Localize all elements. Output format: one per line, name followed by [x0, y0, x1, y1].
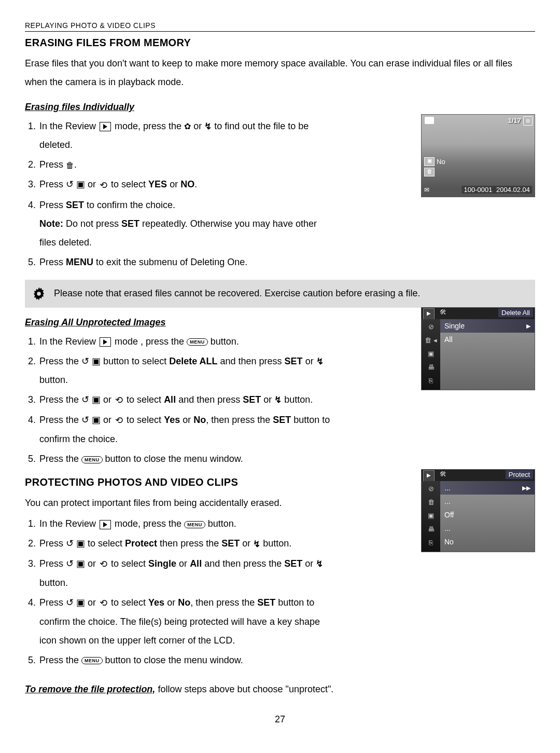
play-mode-icon: [100, 122, 111, 131]
menu-sidebar: ⊘ 🗑 ◂ ▣ 🖶 ⎘: [422, 319, 440, 390]
step-4: Press SET to confirm the choice. Note: D…: [38, 196, 334, 252]
subheading-erase-individual: Erasing files Individually: [25, 102, 535, 113]
dpof-icon: 🖶: [428, 524, 435, 535]
lcd-screenshot-delete-all: ▶ 🛠 Delete All ⊘ 🗑 ◂ ▣ 🖶 ⎘ Single▶ All: [421, 307, 535, 390]
nav-icons: ↺ ▣: [66, 558, 85, 569]
menu-sidebar: ⊘ 🗑 ▣ 🖶 ⎘: [422, 481, 440, 552]
flash-icon: ↯: [253, 536, 260, 553]
menu-button-icon: MENU: [81, 456, 103, 463]
nav-icons: ↺ ▣: [81, 394, 101, 405]
copy-icon: ⎘: [429, 537, 433, 549]
p-step-1: In the Review mode, press the MENU butto…: [38, 514, 334, 533]
image-counter: 1/17: [508, 117, 521, 125]
remove-protection-note: To remove the file protection, follow st…: [25, 680, 535, 699]
mail-icon: ✉: [424, 186, 429, 194]
menu-content: Single▶ All: [440, 319, 535, 390]
camera-icon: [425, 117, 434, 124]
steps-erase-individual: In the Review mode, press the ✿ or ↯ to …: [25, 117, 334, 271]
lock-icon: ⊘: [428, 321, 434, 333]
lcd-screenshot-delete-one: 1/17 ⊞ ▣No 🗑 ✉ 100-0001 2004.02.04: [421, 114, 535, 197]
menu-button-icon: MENU: [81, 657, 103, 664]
info-icon: ⊞: [523, 116, 533, 126]
nav-icons: ↺ ▣: [81, 356, 101, 366]
step-5: Press MENU to exit the submenu of Deleti…: [38, 253, 334, 271]
page-header: REPLAYING PHOTO & VIDEO CLIPS: [25, 21, 535, 32]
record-icon: ⟲: [100, 176, 107, 195]
header-text: REPLAYING PHOTO & VIDEO CLIPS: [25, 21, 156, 30]
play-tab-icon: ▶: [423, 470, 435, 482]
menu-item-no: No: [440, 535, 535, 549]
page-number: 27: [25, 714, 535, 725]
s2-step-4: Press the ↺ ▣ or ⟲ to select Yes or No, …: [38, 410, 334, 448]
lcd-screenshot-protect: ▶ 🛠 Protect ⊘ 🗑 ▣ 🖶 ⎘ ...▶▶ ... Off ... …: [421, 469, 535, 552]
setup-tab-icon: 🛠: [438, 470, 448, 481]
copy-icon: ⎘: [429, 375, 433, 387]
s2-step-3: Press the ↺ ▣ or ⟲ to select All and the…: [38, 390, 334, 409]
flash-icon: ↯: [204, 118, 212, 135]
arrow-right-icon: ▶▶: [522, 481, 530, 495]
record-icon: ⟲: [115, 411, 123, 430]
steps-protect: In the Review mode, press the MENU butto…: [25, 514, 334, 669]
delete-trash-icon: 🗑: [424, 168, 435, 176]
flash-icon: ↯: [316, 555, 323, 573]
svg-point-0: [37, 292, 41, 296]
p-step-2: Press ↺ ▣ to select Protect then press t…: [38, 534, 334, 553]
p-step-4: Press ↺ ▣ or ⟲ to select Yes or No, then…: [38, 593, 334, 650]
menu-item-all: All: [440, 333, 535, 346]
nav-icons: ↺ ▣: [66, 597, 85, 608]
section1-intro: Erase files that you don't want to keep …: [25, 54, 535, 91]
play-mode-icon: [100, 520, 111, 529]
record-icon: ⟲: [100, 594, 107, 612]
section-title-erasing: ERASING FILES FROM MEMORY: [25, 37, 535, 49]
file-number: 100-0001: [462, 186, 495, 194]
record-icon: ⟲: [115, 391, 123, 409]
menu-tabbar: ▶ 🛠 Protect: [422, 470, 535, 481]
arrow-right-icon: ▶: [526, 319, 530, 333]
trash-icon: 🗑: [428, 497, 435, 508]
menu-item-2: ...: [440, 495, 535, 508]
caution-text: Please note that erased files cannot be …: [54, 288, 420, 299]
delete-no-option: ▣No: [424, 157, 445, 166]
menu-item-off: Off: [440, 508, 535, 522]
s2-step-2: Press the ↺ ▣ button to select Delete AL…: [38, 352, 334, 389]
nav-icons: ↺ ▣: [66, 179, 85, 189]
macro-icon: ✿: [184, 118, 191, 135]
p-step-5: Press the MENU button to close the menu …: [38, 651, 334, 669]
menu-tabbar: ▶ 🛠 Delete All: [422, 308, 535, 319]
steps-erase-all: In the Review mode , press the MENU butt…: [25, 332, 334, 469]
setup-tab-icon: 🛠: [438, 308, 448, 319]
caution-note: Please note that erased files cannot be …: [25, 280, 535, 308]
dpof-icon: 🖶: [428, 362, 435, 373]
menu-title: Protect: [506, 470, 533, 479]
nav-icons: ↺ ▣: [66, 538, 85, 549]
play-tab-icon: ▶: [423, 308, 435, 320]
trash-icon: 🗑: [66, 157, 74, 174]
gear-icon: [31, 286, 47, 302]
flash-icon: ↯: [316, 353, 324, 371]
step-4-note: Note: Do not press SET repeatedly. Other…: [39, 214, 334, 252]
manual-page: REPLAYING PHOTO & VIDEO CLIPS ERASING FI…: [0, 0, 560, 741]
record-icon: ⟲: [100, 555, 107, 573]
step-1: In the Review mode, press the ✿ or ↯ to …: [38, 117, 334, 154]
lock-icon: ⊘: [428, 483, 434, 495]
file-date: 2004.02.04: [494, 186, 532, 194]
slideshow-icon: ▣: [428, 348, 434, 360]
step-3: Press ↺ ▣ or ⟲ to select YES or NO.: [38, 175, 334, 194]
s2-step-1: In the Review mode , press the MENU butt…: [38, 332, 334, 351]
flash-icon: ↯: [274, 391, 282, 409]
p-step-3: Press ↺ ▣ or ⟲ to select Single or All a…: [38, 554, 334, 592]
menu-item-single: Single▶: [440, 319, 535, 333]
menu-item-1: ...▶▶: [440, 481, 535, 495]
remove-lead: To remove the file protection,: [25, 684, 155, 694]
menu-content: ...▶▶ ... Off ... No: [440, 481, 535, 552]
menu-button-icon: MENU: [184, 521, 205, 528]
nav-icons: ↺ ▣: [81, 415, 101, 425]
menu-button-icon: MENU: [187, 338, 208, 346]
step-2: Press 🗑.: [38, 155, 334, 174]
s2-step-5: Press the MENU button to close the menu …: [38, 449, 334, 468]
trash-icon: 🗑 ◂: [425, 335, 437, 346]
play-mode-icon: [100, 337, 111, 347]
slideshow-icon: ▣: [428, 510, 434, 522]
menu-title: Delete All: [498, 308, 533, 317]
menu-item-4: ...: [440, 522, 535, 535]
